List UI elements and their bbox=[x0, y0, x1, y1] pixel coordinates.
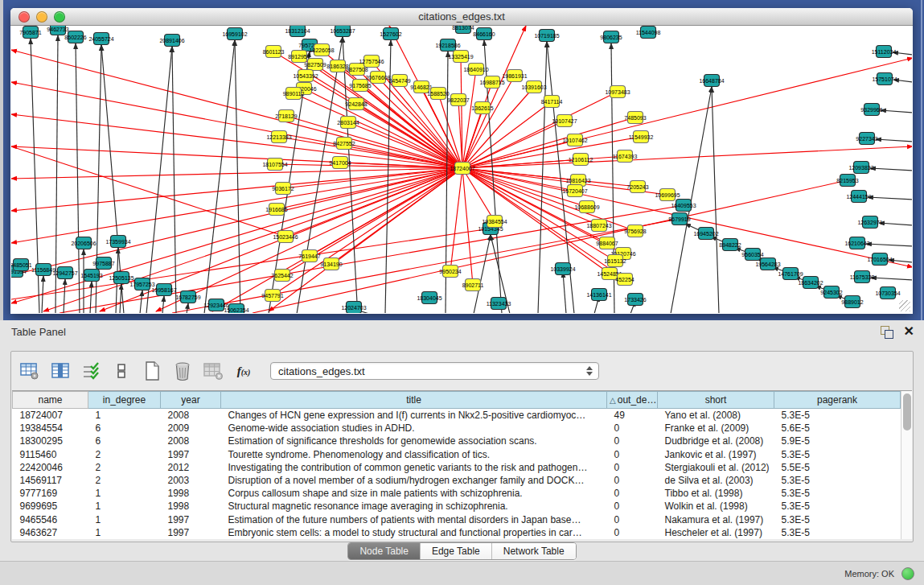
table-cell[interactable]: Disruption of a novel member of a sodium… bbox=[221, 474, 607, 487]
table-cell[interactable]: 1998 bbox=[161, 500, 221, 513]
table-cell[interactable]: 1 bbox=[88, 487, 161, 500]
table-cell[interactable]: Franke et al. (2009) bbox=[658, 422, 774, 435]
memory-status-icon[interactable] bbox=[901, 567, 914, 580]
table-cell[interactable]: 0 bbox=[607, 513, 658, 526]
table-row[interactable]: 946362711997Embryonic stem cells: a mode… bbox=[13, 526, 901, 539]
table-cell[interactable]: 49 bbox=[607, 409, 658, 422]
table-cell[interactable]: 9463627 bbox=[13, 526, 88, 539]
table-cell[interactable]: Tourette syndrome. Phenomenology and cla… bbox=[221, 448, 607, 461]
table-row[interactable]: 1938455462009Genome-wide association stu… bbox=[13, 422, 901, 435]
row-height-button[interactable] bbox=[108, 358, 135, 384]
table-cell[interactable]: Estimation of significance thresholds fo… bbox=[221, 435, 607, 447]
table-cell[interactable]: 1997 bbox=[161, 448, 221, 461]
window-titlebar[interactable]: citations_edges.txt bbox=[10, 8, 913, 26]
table-cell[interactable]: Investigating the contribution of common… bbox=[221, 461, 607, 474]
delete-table-button[interactable] bbox=[199, 358, 227, 384]
table-scrollbar[interactable] bbox=[901, 391, 912, 539]
tab-edge-table[interactable]: Edge Table bbox=[420, 543, 491, 559]
table-cell[interactable]: 1997 bbox=[161, 526, 221, 539]
table-cell[interactable]: Tibbo et al. (1998) bbox=[658, 487, 774, 500]
table-cell[interactable]: 9465546 bbox=[13, 513, 88, 526]
column-header-year[interactable]: year bbox=[161, 392, 221, 409]
table-row[interactable]: 969969511998Structural magnetic resonanc… bbox=[13, 500, 901, 513]
table-cell[interactable]: 18300295 bbox=[13, 435, 88, 447]
table-cell[interactable]: 5.6E-5 bbox=[774, 422, 901, 435]
table-row[interactable]: 1830029562008Estimation of significance … bbox=[13, 435, 901, 447]
table-cell[interactable]: Stergiakouli et al. (2012) bbox=[658, 461, 774, 474]
table-row[interactable]: 911546021997Tourette syndrome. Phenomeno… bbox=[13, 448, 901, 461]
table-cell[interactable]: 5.3E-5 bbox=[774, 448, 901, 461]
table-cell[interactable]: 0 bbox=[607, 500, 658, 513]
delete-rows-button[interactable] bbox=[169, 358, 196, 384]
citation-network-graph[interactable]: 7905871946273386022262405572420891406169… bbox=[11, 26, 912, 313]
table-cell[interactable]: Embryonic stem cells: a model to study s… bbox=[221, 526, 607, 539]
column-header-pagerank[interactable]: pagerank bbox=[774, 392, 901, 409]
column-header-in_degree[interactable]: in_degree bbox=[88, 392, 161, 409]
table-cell[interactable]: 5.3E-5 bbox=[774, 409, 901, 422]
table-row[interactable]: 946554611997Estimation of the future num… bbox=[13, 513, 901, 526]
table-cell[interactable]: 1 bbox=[88, 409, 161, 422]
table-cell[interactable]: 2 bbox=[88, 474, 161, 487]
table-cell[interactable]: Jankovic et al. (1997) bbox=[658, 448, 774, 461]
table-cell[interactable]: Yano et al. (2008) bbox=[658, 409, 774, 422]
table-cell[interactable]: Changes of HCN gene expression and I(f) … bbox=[221, 409, 607, 422]
table-cell[interactable]: 0 bbox=[607, 448, 658, 461]
minimize-window-icon[interactable] bbox=[36, 11, 47, 23]
table-cell[interactable]: Nakamura et al. (1997) bbox=[658, 513, 774, 526]
table-cell[interactable]: 1 bbox=[88, 526, 161, 539]
table-row[interactable]: 977716911998Corpus callosum shape and si… bbox=[13, 487, 901, 500]
table-cell[interactable]: 1 bbox=[88, 513, 161, 526]
column-header-out_degree[interactable]: △out_de… bbox=[607, 392, 658, 409]
table-cell[interactable]: 5.3E-5 bbox=[774, 513, 901, 526]
table-cell[interactable]: Wolkin et al. (1998) bbox=[658, 500, 774, 513]
zoom-window-icon[interactable] bbox=[54, 11, 65, 23]
table-cell[interactable]: Corpus callosum shape and size in male p… bbox=[221, 487, 607, 500]
table-row[interactable]: 1872400712008Changes of HCN gene express… bbox=[13, 409, 901, 422]
table-cell[interactable]: 19384554 bbox=[13, 422, 88, 435]
close-window-icon[interactable] bbox=[18, 11, 30, 23]
network-view-window[interactable]: citations_edges.txt 79058719462733860222… bbox=[10, 8, 913, 314]
window-resize-grip[interactable] bbox=[899, 300, 910, 311]
table-cell[interactable]: 2009 bbox=[161, 422, 221, 435]
select-all-button[interactable] bbox=[77, 358, 105, 384]
table-cell[interactable]: 5.9E-5 bbox=[774, 435, 901, 447]
table-cell[interactable]: 5.3E-5 bbox=[774, 487, 901, 500]
table-cell[interactable]: 9699695 bbox=[13, 500, 88, 513]
table-cell[interactable]: 2 bbox=[88, 461, 161, 474]
table-cell[interactable]: 1998 bbox=[161, 487, 221, 500]
table-cell[interactable]: 22420046 bbox=[13, 461, 88, 474]
network-canvas[interactable]: 7905871946273386022262405572420891406169… bbox=[11, 26, 912, 313]
table-cell[interactable]: 5.3E-5 bbox=[774, 500, 901, 513]
table-cell[interactable]: 6 bbox=[88, 422, 161, 435]
table-cell[interactable]: 14569117 bbox=[13, 474, 88, 487]
table-cell[interactable]: de Silva et al. (2003) bbox=[658, 474, 774, 487]
tab-node-table[interactable]: Node Table bbox=[348, 543, 420, 559]
table-cell[interactable]: 0 bbox=[607, 461, 658, 474]
table-selector[interactable]: citations_edges.txt bbox=[270, 362, 599, 380]
table-cell[interactable]: Hescheler et al. (1997) bbox=[658, 526, 774, 539]
table-cell[interactable]: 5.5E-5 bbox=[774, 461, 901, 474]
table-cell[interactable]: 2 bbox=[88, 448, 161, 461]
table-cell[interactable]: 0 bbox=[607, 435, 658, 447]
table-cell[interactable]: 9115460 bbox=[13, 448, 88, 461]
table-cell[interactable]: 9777169 bbox=[13, 487, 88, 500]
select-column-button[interactable] bbox=[47, 358, 74, 384]
table-cell[interactable]: 2003 bbox=[161, 474, 221, 487]
function-builder-button[interactable]: f(x) bbox=[230, 358, 257, 384]
table-cell[interactable]: 0 bbox=[607, 422, 658, 435]
float-window-icon[interactable] bbox=[881, 326, 893, 339]
tab-network-table[interactable]: Network Table bbox=[491, 543, 576, 559]
table-cell[interactable]: 5.3E-5 bbox=[774, 474, 901, 487]
table-cell[interactable]: Dudbridge et al. (2008) bbox=[658, 435, 774, 447]
table-cell[interactable]: 0 bbox=[607, 487, 658, 500]
table-cell[interactable]: 6 bbox=[88, 435, 161, 447]
column-header-title[interactable]: title bbox=[221, 392, 607, 409]
table-cell[interactable]: 2012 bbox=[161, 461, 221, 474]
table-cell[interactable]: 0 bbox=[607, 526, 658, 539]
column-header-short[interactable]: short bbox=[658, 392, 774, 409]
column-header-name[interactable]: name bbox=[13, 392, 88, 409]
close-icon[interactable]: ✕ bbox=[904, 323, 914, 340]
table-cell[interactable]: 2008 bbox=[161, 409, 221, 422]
table-cell[interactable]: 18724007 bbox=[13, 409, 88, 422]
table-cell[interactable]: 1997 bbox=[161, 513, 221, 526]
